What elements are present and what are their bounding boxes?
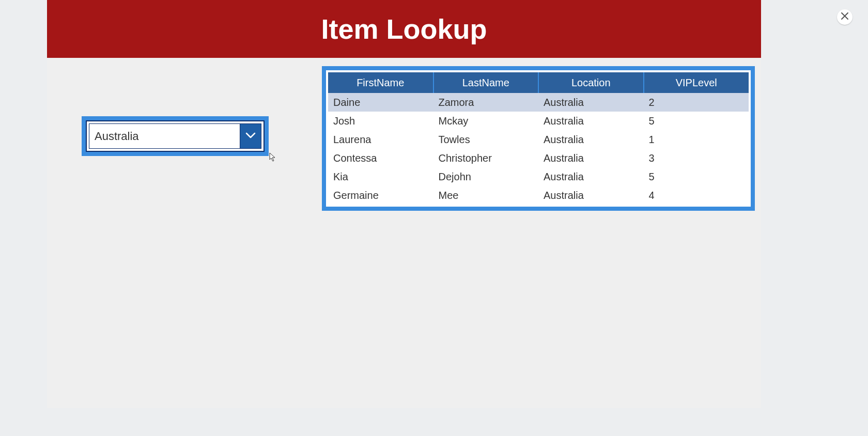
- content-area: Australia FirstName LastName Location VI…: [47, 58, 761, 408]
- cell-firstname: Josh: [328, 112, 433, 130]
- location-dropdown[interactable]: Australia: [82, 116, 269, 156]
- close-icon: [841, 12, 848, 22]
- cell-lastname: Zamora: [433, 93, 539, 112]
- table-row[interactable]: Kia Dejohn Australia 5: [328, 167, 749, 186]
- cell-lastname: Christopher: [433, 149, 539, 167]
- cell-location: Australia: [538, 112, 644, 130]
- cell-viplevel: 3: [644, 149, 749, 167]
- table-row[interactable]: Germaine Mee Australia 4: [328, 186, 749, 205]
- cell-location: Australia: [538, 93, 644, 112]
- chevron-down-icon: [245, 132, 256, 141]
- cell-lastname: Towles: [433, 130, 539, 149]
- table-row[interactable]: Contessa Christopher Australia 3: [328, 149, 749, 167]
- cell-location: Australia: [538, 186, 644, 205]
- col-header-firstname[interactable]: FirstName: [328, 72, 433, 93]
- cell-firstname: Contessa: [328, 149, 433, 167]
- cell-viplevel: 1: [644, 130, 749, 149]
- col-header-location[interactable]: Location: [538, 72, 644, 93]
- results-table-container: FirstName LastName Location VIPLevel Dai…: [322, 66, 755, 211]
- cell-location: Australia: [538, 130, 644, 149]
- cursor-icon: [269, 152, 276, 164]
- cell-location: Australia: [538, 149, 644, 167]
- close-button[interactable]: [837, 9, 853, 25]
- table-header-row: FirstName LastName Location VIPLevel: [328, 72, 749, 93]
- results-table: FirstName LastName Location VIPLevel Dai…: [328, 72, 749, 205]
- dropdown-toggle-button[interactable]: [240, 123, 261, 149]
- cell-lastname: Dejohn: [433, 167, 539, 186]
- cell-firstname: Daine: [328, 93, 433, 112]
- page-title: Item Lookup: [321, 13, 487, 45]
- col-header-lastname[interactable]: LastName: [433, 72, 539, 93]
- header-bar: Item Lookup: [47, 0, 761, 58]
- cell-location: Australia: [538, 167, 644, 186]
- cell-firstname: Germaine: [328, 186, 433, 205]
- cell-firstname: Kia: [328, 167, 433, 186]
- cell-viplevel: 4: [644, 186, 749, 205]
- dropdown-selected-value[interactable]: Australia: [89, 123, 240, 149]
- table-row[interactable]: Daine Zamora Australia 2: [328, 93, 749, 112]
- table-row[interactable]: Josh Mckay Australia 5: [328, 112, 749, 130]
- cell-viplevel: 5: [644, 112, 749, 130]
- cell-lastname: Mee: [433, 186, 539, 205]
- cell-lastname: Mckay: [433, 112, 539, 130]
- table-row[interactable]: Laurena Towles Australia 1: [328, 130, 749, 149]
- cell-viplevel: 2: [644, 93, 749, 112]
- app-container: Item Lookup Australia FirstName LastName: [47, 0, 761, 408]
- col-header-viplevel[interactable]: VIPLevel: [644, 72, 749, 93]
- cell-viplevel: 5: [644, 167, 749, 186]
- cell-firstname: Laurena: [328, 130, 433, 149]
